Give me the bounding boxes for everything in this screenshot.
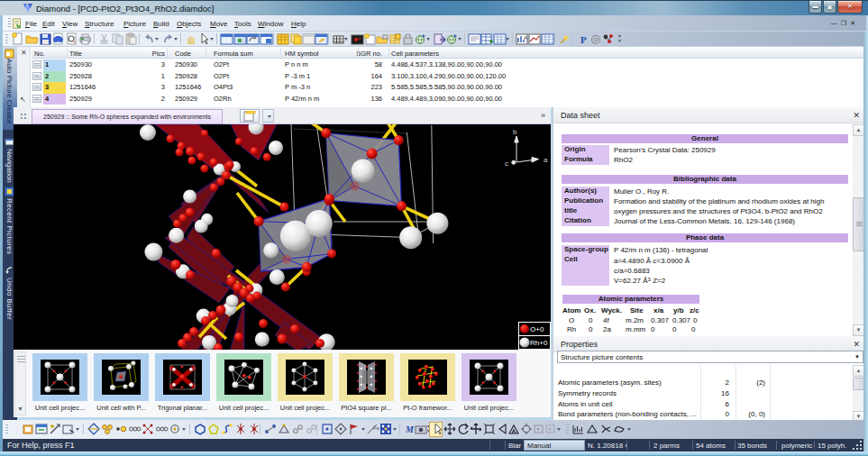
svg-text:a: a xyxy=(544,156,548,164)
svg-text:O+0: O+0 xyxy=(530,325,544,333)
svg-text:Rh+0: Rh+0 xyxy=(530,339,548,347)
svg-text:M: M xyxy=(405,424,415,434)
svg-text:c: c xyxy=(505,160,508,168)
svg-text:P: P xyxy=(580,34,587,45)
svg-text:A: A xyxy=(524,35,527,41)
svg-text:b: b xyxy=(513,128,517,136)
svg-text:Fe: Fe xyxy=(373,425,379,431)
